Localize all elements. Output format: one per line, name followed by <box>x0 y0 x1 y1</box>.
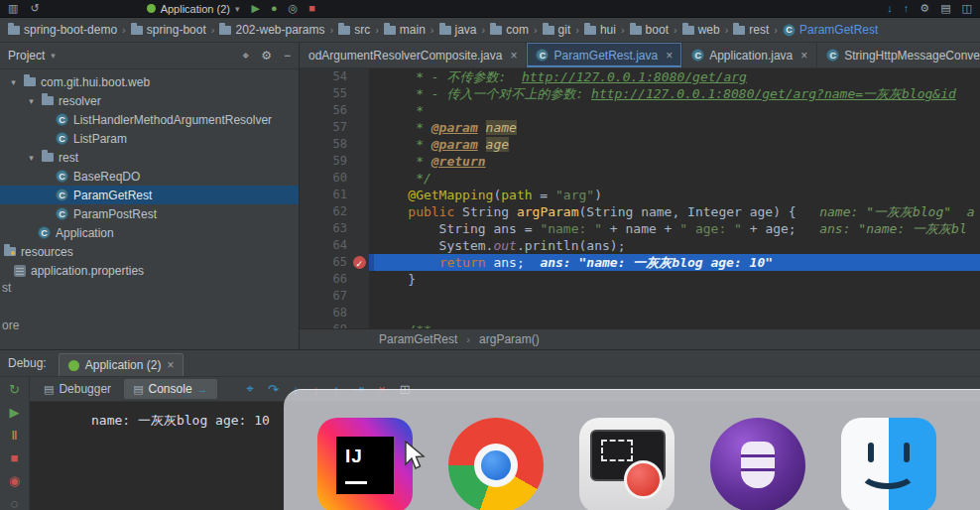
line-number[interactable]: 62 <box>300 203 369 220</box>
code-line-67: 67 <box>300 288 980 305</box>
step-over-icon[interactable]: ↷ <box>268 382 279 397</box>
chevron-down-icon[interactable]: ▾ <box>51 51 56 61</box>
debug-tab-console[interactable]: ▤Console→ <box>124 379 216 399</box>
code-line-59: 59 * @return <box>300 153 980 170</box>
code-editor[interactable]: 54 * - 不传参数: http://127.0.0.1:8080/get/a… <box>300 68 980 328</box>
pause-icon[interactable]: Ⅱ <box>11 428 17 443</box>
tree-item-basereqdo[interactable]: CBaseReqDO <box>0 167 299 186</box>
debug-session-tab[interactable]: Application (2) × <box>59 353 184 376</box>
editor-tab-application-java[interactable]: CApplication.java× <box>682 43 817 67</box>
folder-icon <box>42 96 54 105</box>
tree-item-application[interactable]: CApplication <box>0 223 299 242</box>
line-number[interactable]: 63 <box>300 220 369 237</box>
project-view-icon[interactable]: ▥ <box>8 0 18 17</box>
locate-icon[interactable]: ⌖ <box>242 49 249 63</box>
stop-icon[interactable]: ■ <box>308 0 315 17</box>
finder-dock-icon[interactable] <box>841 418 936 510</box>
clipped-text-fragment: ore <box>2 319 19 332</box>
tree-item-paramgetrest[interactable]: CParamGetRest <box>0 186 299 204</box>
line-number[interactable]: 57 <box>300 119 369 136</box>
tree-item-resolver[interactable]: ▾resolver <box>0 91 299 110</box>
line-number[interactable]: 65 <box>300 254 369 271</box>
class-icon: C <box>38 226 51 239</box>
debug-tab-debugger[interactable]: ▤Debugger <box>35 379 120 399</box>
path-item-git[interactable]: git <box>541 23 573 37</box>
run-config-select[interactable]: Application (2)▾ <box>147 3 240 15</box>
view-breakpoints-icon[interactable]: ◉ <box>9 473 20 488</box>
google-chrome-dock-icon[interactable] <box>448 418 544 510</box>
settings-icon[interactable]: ⚙ <box>919 0 929 17</box>
path-item-hui[interactable]: hui <box>582 23 618 37</box>
path-item-web[interactable]: web <box>680 23 722 37</box>
path-item-spring-boot[interactable]: spring-boot <box>129 23 208 37</box>
expand-arrow-icon[interactable]: ▾ <box>8 77 19 87</box>
code-line-64: 64 System.out.println(ans); <box>300 237 980 254</box>
resume-icon[interactable]: ▶ <box>10 405 20 420</box>
line-number[interactable]: 54 <box>300 68 369 85</box>
expand-arrow-icon[interactable]: ▾ <box>26 153 37 163</box>
mute-breakpoints-icon[interactable]: ◌ <box>11 496 19 510</box>
close-icon[interactable]: × <box>510 49 517 63</box>
folder-icon <box>584 26 596 35</box>
line-number[interactable]: 58 <box>300 136 369 153</box>
collapse-icon[interactable]: − <box>284 49 291 63</box>
path-item-main[interactable]: main <box>382 23 428 37</box>
breadcrumb-item-argparam[interactable]: argParam() <box>479 332 540 346</box>
window-icon[interactable]: ◫ <box>962 0 972 17</box>
rerun-icon[interactable]: ↻ <box>9 382 20 397</box>
tree-item-listparam[interactable]: CListParam <box>0 129 299 148</box>
path-item-spring-boot-demo[interactable]: spring-boot-demo <box>6 23 119 37</box>
path-item-paramgetrest[interactable]: CParamGetRest <box>781 23 880 37</box>
close-icon[interactable]: × <box>800 49 807 63</box>
commit-up-icon[interactable]: ↑ <box>904 0 910 17</box>
line-number[interactable]: 68 <box>300 305 369 321</box>
tree-item-rest[interactable]: ▾rest <box>0 148 299 167</box>
tree-item-resources[interactable]: resources <box>0 242 299 261</box>
line-number[interactable]: 59 <box>300 153 369 170</box>
code-line-55: 55 * - 传入一个对不上的参数: http://127.0.0.1:8080… <box>300 85 980 102</box>
close-icon[interactable]: × <box>167 358 174 372</box>
undo-icon[interactable]: ↺ <box>30 0 39 17</box>
path-item-src[interactable]: src <box>336 23 372 37</box>
project-panel-toolbar: ⌖⚙− <box>242 49 291 63</box>
line-number[interactable]: 61 <box>300 187 369 203</box>
line-number[interactable]: 56 <box>300 102 369 119</box>
editor-tab-stringhttpmessageconverter-ja[interactable]: CStringHttpMessageConverter.ja <box>817 43 980 67</box>
path-item-com[interactable]: com <box>488 23 531 37</box>
breakpoint-icon[interactable] <box>353 256 366 269</box>
expand-arrow-icon[interactable]: ▾ <box>26 96 37 106</box>
line-number[interactable]: 66 <box>300 271 369 288</box>
close-icon[interactable]: × <box>666 49 673 63</box>
intellij-idea-dock-icon[interactable]: IJ <box>317 418 413 510</box>
line-number[interactable]: 64 <box>300 237 369 254</box>
run-icon[interactable]: ▶ <box>251 0 259 17</box>
tree-item-parampostrest[interactable]: CParamPostRest <box>0 204 299 223</box>
class-icon: C <box>56 132 68 145</box>
editor-tab-paramgetrest-java[interactable]: CParamGetRest.java× <box>527 43 682 67</box>
coverage-icon[interactable]: ◎ <box>289 0 299 17</box>
debug-left-toolbar: ↻▶Ⅱ■◉◌ <box>0 377 30 510</box>
tree-item-application-properties[interactable]: application.properties <box>0 261 299 280</box>
structure-icon[interactable]: ▤ <box>940 0 950 17</box>
breadcrumb-item-paramgetrest[interactable]: ParamGetRest <box>379 332 457 346</box>
path-item-boot[interactable]: boot <box>628 23 671 37</box>
update-down-icon[interactable]: ↓ <box>887 0 893 17</box>
charles-proxy-dock-icon[interactable] <box>710 418 805 510</box>
line-number[interactable]: 55 <box>300 85 369 102</box>
console-icon: ▤ <box>44 383 54 396</box>
stop-icon[interactable]: ■ <box>11 450 19 465</box>
line-number[interactable]: 69 <box>300 321 369 328</box>
settings-icon[interactable]: ⚙ <box>261 49 272 63</box>
line-number[interactable]: 67 <box>300 288 369 305</box>
editor-tab-odargumentresolvercomposite-java[interactable]: odArgumentResolverComposite.java× <box>300 43 527 67</box>
show-execution-point-icon[interactable]: ⌖ <box>247 381 254 397</box>
path-item-java[interactable]: java <box>437 23 479 37</box>
screen-recorder-dock-icon[interactable] <box>579 418 674 510</box>
path-item-rest[interactable]: rest <box>731 23 771 37</box>
tree-item-listhandlermethodargumentresolver[interactable]: CListHandlerMethodArgumentResolver <box>0 110 299 129</box>
macos-dock: IJ <box>284 389 980 510</box>
path-item-202-web-params[interactable]: 202-web-params <box>217 23 326 37</box>
line-number[interactable]: 60 <box>300 170 369 187</box>
tree-item-com-git-hui-boot-web[interactable]: ▾com.git.hui.boot.web <box>0 72 299 91</box>
debug-bug-icon[interactable]: ● <box>271 0 278 17</box>
